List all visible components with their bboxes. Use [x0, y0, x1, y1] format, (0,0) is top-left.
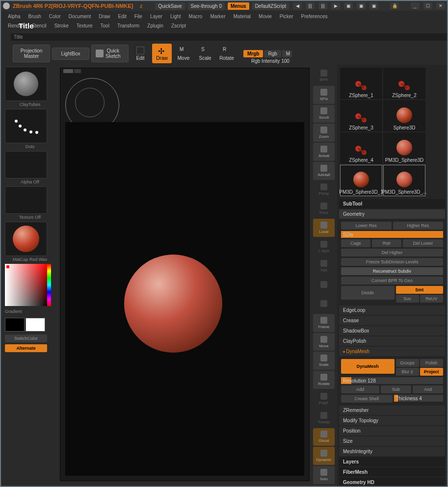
- hue-strip[interactable]: [47, 264, 51, 306]
- claypolish-header[interactable]: ClayPolish: [339, 336, 445, 346]
- menu-tool[interactable]: Tool: [98, 22, 112, 29]
- menu-brush[interactable]: Brush: [26, 13, 44, 20]
- menu-light[interactable]: Light: [167, 13, 184, 20]
- zremesher-header[interactable]: ZRemesher: [339, 406, 445, 415]
- tool-thumb-7[interactable]: PM3D_Sphere3D_...: [383, 165, 425, 196]
- layout3-icon[interactable]: ▣: [369, 2, 378, 9]
- nav-aahalf-button[interactable]: AAHalf: [313, 162, 335, 180]
- doc-tab[interactable]: [63, 69, 73, 73]
- stroke-selector[interactable]: [5, 109, 47, 143]
- dynamesh-header[interactable]: DynaMesh: [339, 347, 445, 356]
- material-selector[interactable]: [5, 222, 47, 256]
- meshintegrity-header[interactable]: MeshIntegrity: [339, 447, 445, 456]
- menu-color[interactable]: Color: [46, 13, 64, 20]
- divide-button[interactable]: Divide: [341, 286, 395, 300]
- subtool-header[interactable]: SubTool: [339, 199, 445, 208]
- doc-tab-2[interactable]: [74, 69, 81, 73]
- reuv-button[interactable]: ReUV: [420, 295, 443, 303]
- tool-thumb-6[interactable]: PM3D_Sphere3D_1: [340, 165, 382, 196]
- smt-button[interactable]: Smt: [396, 286, 444, 294]
- menu-draw[interactable]: Draw: [96, 13, 113, 20]
- polish-button[interactable]: Polish: [420, 359, 443, 367]
- menu-picker[interactable]: Picker: [277, 13, 296, 20]
- nav-down-icon[interactable]: |||: [318, 2, 327, 9]
- tool-thumb-4[interactable]: ZSphere_4: [340, 132, 382, 164]
- menu-zplugin[interactable]: Zplugin: [144, 22, 166, 29]
- dynamesh-button[interactable]: DynaMesh: [341, 359, 395, 374]
- resolution-slider[interactable]: Resolution 128: [341, 377, 443, 384]
- minimize-icon[interactable]: _: [411, 2, 420, 9]
- and-button[interactable]: And: [413, 385, 443, 393]
- menu-movie[interactable]: Movie: [256, 13, 275, 20]
- menu-transform[interactable]: Transform: [114, 22, 142, 29]
- color-picker[interactable]: [5, 264, 47, 306]
- menu-material[interactable]: Material: [231, 13, 254, 20]
- nav-right-icon[interactable]: ▶: [331, 2, 340, 9]
- maximize-icon[interactable]: ☐: [423, 2, 432, 9]
- nav-l.sym-button[interactable]: L.Sym: [313, 238, 335, 256]
- suv-button[interactable]: Suv: [396, 295, 419, 303]
- tool-thumb-2[interactable]: ZSphere_3: [340, 100, 382, 131]
- menu-zscript[interactable]: Zscript: [168, 22, 189, 29]
- project-button[interactable]: Project: [420, 368, 443, 376]
- menu-marker[interactable]: Marker: [207, 13, 228, 20]
- canvas-3d-view[interactable]: [65, 122, 304, 476]
- reconstruct-subdiv-button[interactable]: Reconstruct Subdiv: [341, 267, 443, 275]
- menu-stroke[interactable]: Stroke: [52, 22, 72, 29]
- position-header[interactable]: Position: [339, 426, 445, 436]
- menu-macro[interactable]: Macro: [186, 13, 206, 20]
- menu-document[interactable]: Document: [66, 13, 94, 20]
- section-fibermesh[interactable]: FiberMesh: [339, 467, 445, 477]
- nav-scale-button[interactable]: Scale: [313, 352, 335, 370]
- menu-texture[interactable]: Texture: [74, 22, 96, 29]
- nav-bpr-button[interactable]: BPR: [313, 67, 335, 85]
- nav-local-button[interactable]: Local: [313, 219, 335, 237]
- swatch-main[interactable]: [5, 318, 25, 332]
- freeze-subdiv-button[interactable]: Freeze SubDivision Levels: [341, 258, 443, 266]
- layout1-icon[interactable]: ▣: [344, 2, 353, 9]
- nav-left-icon[interactable]: ◀: [293, 2, 302, 9]
- seethrough-slider[interactable]: See-through 0: [188, 2, 225, 10]
- tool-thumb-1[interactable]: ZSphere_2: [383, 68, 425, 99]
- blur-slider[interactable]: Blur 2: [396, 368, 419, 376]
- modify-topology-header[interactable]: Modify Topology: [339, 416, 445, 425]
- nav-polyf-button[interactable]: PolyF: [313, 390, 335, 408]
- sub-button[interactable]: Sub: [381, 385, 411, 393]
- nav-actual-button[interactable]: Actual: [313, 143, 335, 161]
- canvas-viewport[interactable]: [60, 68, 310, 481]
- rgb-button[interactable]: Rgb: [264, 50, 281, 57]
- quicksketch-button[interactable]: Quick Sketch: [91, 45, 129, 62]
- sdiv-slider[interactable]: SDiv: [341, 231, 443, 238]
- nav-xpz-button[interactable]: Xpz: [313, 257, 335, 275]
- scale-mode-button[interactable]: SScale: [195, 44, 215, 63]
- layout2-icon[interactable]: ▣: [357, 2, 366, 9]
- convert-bpr-button[interactable]: Convert BPR To Geo: [341, 277, 443, 284]
- create-shell-button[interactable]: Create Shell: [341, 395, 393, 403]
- nav-zoom-button[interactable]: Zoom: [313, 124, 335, 142]
- quicksave-button[interactable]: QuickSave: [155, 2, 184, 10]
- rstr-button[interactable]: Rstr: [372, 239, 401, 247]
- groups-button[interactable]: Groups: [396, 359, 419, 367]
- close-icon[interactable]: ✕: [436, 2, 445, 9]
- geometry-header[interactable]: Geometry: [339, 209, 445, 219]
- nav-up-icon[interactable]: |||: [306, 2, 315, 9]
- add-button[interactable]: Add: [341, 385, 379, 393]
- menu-layer[interactable]: Layer: [147, 13, 165, 20]
- menus-button[interactable]: Menus: [228, 2, 249, 10]
- menu-alpha[interactable]: Alpha: [5, 13, 24, 20]
- lock-icon[interactable]: 🔒: [390, 2, 399, 9]
- gradient-label[interactable]: Gradient: [5, 309, 55, 314]
- rotate-mode-button[interactable]: RRotate: [217, 44, 237, 63]
- alpha-selector[interactable]: [5, 151, 47, 179]
- tool-thumb-3[interactable]: Sphere3D: [383, 100, 425, 131]
- m-button[interactable]: M: [282, 50, 292, 57]
- projection-master-button[interactable]: Projection Master: [13, 45, 50, 62]
- size-header[interactable]: Size: [339, 436, 445, 446]
- brush-selector[interactable]: [5, 67, 47, 101]
- sphere-object[interactable]: [124, 255, 222, 353]
- nav-move-button[interactable]: Move: [313, 333, 335, 351]
- crease-header[interactable]: Crease: [339, 316, 445, 325]
- nav-blank-button[interactable]: [313, 276, 335, 294]
- move-mode-button[interactable]: MMove: [174, 44, 193, 63]
- nav-blank-button[interactable]: [313, 295, 335, 313]
